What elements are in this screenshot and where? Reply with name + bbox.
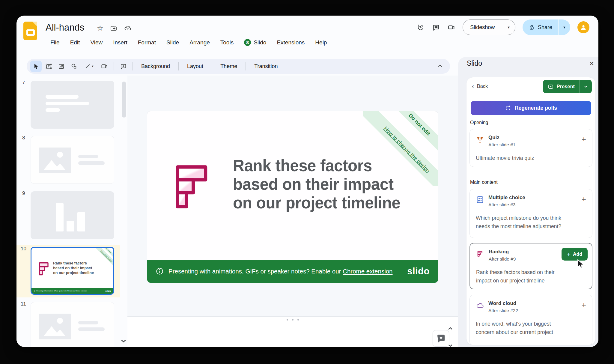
- skeleton-line: [78, 321, 98, 324]
- select-tool[interactable]: [30, 61, 42, 72]
- background-button[interactable]: Background: [136, 63, 175, 70]
- info-icon: ⓘ: [34, 290, 35, 292]
- share-split-button: Share ▼: [523, 19, 570, 35]
- present-button[interactable]: Present: [543, 84, 580, 90]
- poll-question: Rank these factors based on their impact…: [476, 268, 555, 285]
- add-poll-icon[interactable]: +: [582, 135, 586, 143]
- filmstrip-scrollbar[interactable]: [122, 82, 126, 118]
- slide-number: 8: [22, 135, 25, 141]
- transition-button[interactable]: Transition: [249, 63, 283, 70]
- share-dropdown[interactable]: ▼: [558, 19, 570, 35]
- refresh-icon: [505, 105, 511, 111]
- chart-bar: [56, 203, 64, 231]
- image-placeholder: [39, 148, 71, 173]
- insert-shape-tool[interactable]: [68, 61, 79, 72]
- menu-format[interactable]: Format: [138, 39, 156, 46]
- insert-image-tool[interactable]: [55, 61, 67, 72]
- present-split-button: Present: [543, 80, 592, 93]
- menu-view[interactable]: View: [90, 39, 103, 46]
- layout-button[interactable]: Layout: [182, 63, 209, 70]
- toolbar-divider: [212, 62, 212, 70]
- chevron-left-icon: ‹: [472, 83, 474, 90]
- slide-thumbnail-10-selected[interactable]: Rank these factors based on their impact…: [31, 247, 114, 295]
- share-button[interactable]: Share: [523, 24, 558, 31]
- text-box-tool[interactable]: [43, 61, 54, 72]
- star-icon[interactable]: ☆: [97, 24, 103, 32]
- multiple-choice-icon: [476, 195, 484, 204]
- caret-down-icon: ▼: [563, 25, 566, 29]
- menu-slide[interactable]: Slide: [166, 39, 179, 46]
- comments-icon[interactable]: [432, 24, 440, 31]
- cloud-status-icon[interactable]: [124, 25, 132, 32]
- poll-card-ranking[interactable]: Ranking After slide #9 + Add Rank these …: [469, 243, 592, 289]
- slide-thumbnail-7[interactable]: [31, 81, 114, 129]
- slido-banner: Presenting with animations, GIFs or spea…: [147, 260, 438, 283]
- version-history-icon[interactable]: [417, 23, 425, 31]
- gemini-sparkle-button[interactable]: [433, 330, 449, 347]
- poll-type: Ranking: [489, 249, 509, 255]
- add-poll-icon[interactable]: +: [582, 301, 586, 309]
- regenerate-polls-button[interactable]: Regenerate polls: [471, 101, 591, 115]
- menu-file[interactable]: File: [50, 39, 60, 46]
- poll-type: Quiz: [488, 135, 499, 141]
- menu-arrange[interactable]: Arrange: [189, 39, 210, 46]
- slideshow-dropdown[interactable]: ▼: [502, 20, 515, 35]
- slide-thumbnail-9[interactable]: [31, 191, 114, 239]
- document-title[interactable]: All-hands: [46, 22, 84, 33]
- insert-line-tool[interactable]: ▼: [81, 61, 97, 72]
- google-slides-logo[interactable]: [23, 22, 37, 40]
- current-slide[interactable]: Do not edit How to change the design: [147, 111, 438, 283]
- slido-chip-icon: S: [244, 39, 251, 46]
- add-poll-icon[interactable]: +: [582, 195, 586, 203]
- account-avatar[interactable]: [577, 21, 589, 33]
- filmstrip-scroll-down-icon[interactable]: [120, 337, 127, 345]
- menu-extensions[interactable]: Extensions: [277, 39, 305, 46]
- menu-tools[interactable]: Tools: [220, 39, 234, 46]
- section-main-content: Main content: [470, 180, 498, 185]
- toolbar-divider: [114, 62, 114, 70]
- poll-card-multiple-choice[interactable]: Multiple choice After slide #3 + Which p…: [469, 189, 592, 238]
- plus-icon: +: [567, 251, 571, 258]
- present-dropdown[interactable]: [580, 80, 592, 93]
- poll-card-quiz[interactable]: Quiz After slide #1 + Ultimate movie tri…: [469, 129, 592, 167]
- panel-title: Slido: [467, 59, 482, 67]
- slide-thumbnail-8[interactable]: [31, 136, 114, 184]
- poll-question: Which project milestone do you think nee…: [476, 214, 561, 231]
- skeleton-line: [78, 155, 98, 158]
- slide-title[interactable]: Rank these factors based on their impact…: [233, 156, 400, 212]
- slide-number: 7: [22, 80, 25, 86]
- slide-thumbnail-11[interactable]: [31, 302, 114, 347]
- menu-insert[interactable]: Insert: [113, 39, 127, 46]
- screenshot-stage: All-hands ☆ File Edit View Insert Format…: [0, 0, 614, 364]
- insert-video-tool[interactable]: [99, 61, 110, 72]
- slido-panel-card: ‹ Back Present: [466, 77, 595, 345]
- slideshow-button[interactable]: Slideshow: [463, 24, 502, 31]
- poll-position: After slide #9: [489, 256, 516, 262]
- chrome-extension-link[interactable]: Chrome extension: [343, 268, 392, 275]
- menu-slido[interactable]: S Slido: [244, 39, 266, 46]
- slide-title-mini: Rank these factors based on their impact…: [53, 261, 94, 275]
- slido-wordmark: slido: [407, 266, 430, 277]
- move-folder-icon[interactable]: [110, 25, 117, 32]
- notes-resize-handle[interactable]: [127, 317, 458, 323]
- collapse-toolbar-button[interactable]: [437, 63, 443, 69]
- slide-canvas[interactable]: Do not edit How to change the design: [127, 76, 458, 316]
- slide-number: 10: [21, 246, 26, 252]
- theme-button[interactable]: Theme: [215, 63, 243, 70]
- menu-help[interactable]: Help: [315, 39, 327, 46]
- share-label: Share: [538, 24, 552, 31]
- add-ranking-poll-button[interactable]: + Add: [562, 248, 588, 261]
- slide-filmstrip: 7 8 9 10: [16, 76, 127, 347]
- skeleton-line: [46, 108, 60, 112]
- poll-card-word-cloud[interactable]: Word cloud After slide #22 + In one word…: [469, 295, 592, 345]
- meet-camera-icon[interactable]: [448, 24, 455, 31]
- info-icon: [156, 267, 164, 275]
- poll-position: After slide #3: [488, 202, 515, 207]
- add-comment-tool[interactable]: [118, 61, 129, 72]
- toolbar-divider: [178, 62, 179, 70]
- menu-edit[interactable]: Edit: [70, 39, 80, 46]
- back-button[interactable]: ‹ Back: [472, 83, 488, 90]
- caret-down-icon: ▼: [507, 25, 510, 29]
- close-panel-icon[interactable]: ✕: [589, 60, 594, 67]
- mouse-cursor: [576, 259, 586, 270]
